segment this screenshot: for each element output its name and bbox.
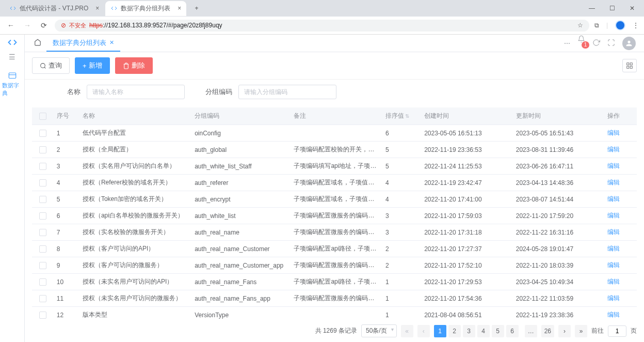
table-row[interactable]: 1低代码平台配置oinConfig62023-05-05 16:51:13202… [32, 125, 637, 142]
bookmark-icon[interactable]: ☆ [577, 22, 583, 29]
menu-icon[interactable]: ⋮ [633, 22, 639, 29]
edit-link[interactable]: 编辑 [607, 129, 620, 136]
edit-link[interactable]: 编辑 [607, 162, 620, 169]
settings-button[interactable] [622, 59, 637, 72]
forward-button[interactable]: → [22, 21, 33, 29]
close-button[interactable]: ✕ [626, 4, 638, 13]
row-checkbox[interactable] [39, 196, 46, 203]
table-row[interactable]: 4授权（Referer校验的域名开关）auth_referer子项编码配置域名，… [32, 175, 637, 191]
edit-link[interactable]: 编辑 [607, 245, 620, 252]
first-page-button[interactable]: « [401, 325, 413, 337]
page-number[interactable]: 5 [492, 325, 504, 337]
user-avatar[interactable] [622, 37, 636, 50]
last-page-button[interactable]: » [575, 325, 587, 337]
next-page-button[interactable]: › [558, 325, 571, 337]
edit-link[interactable]: 编辑 [607, 261, 620, 269]
table-row[interactable]: 7授权（实名校验的微服务开关）auth_real_name子项编码配置微服务的编… [32, 224, 637, 241]
edit-link[interactable]: 编辑 [607, 278, 620, 285]
table-row[interactable]: 6授权（api白名单校验的微服务开关）auth_white_list子项编码配置… [32, 208, 637, 224]
row-checkbox[interactable] [39, 278, 46, 286]
row-checkbox[interactable] [39, 295, 46, 302]
row-checkbox[interactable] [39, 245, 46, 253]
refresh-icon[interactable] [592, 39, 600, 48]
th-op: 操作 [604, 107, 637, 125]
page-number[interactable]: 4 [477, 325, 490, 337]
page-number[interactable]: 1 [434, 325, 446, 337]
address-bar-row: ← → ⟳ ⊘ 不安全 https://192.168.133.89:9527/… [0, 17, 644, 34]
more-icon[interactable]: ⋯ [564, 40, 570, 47]
cell-index: 4 [54, 175, 79, 191]
table-row[interactable]: 11授权（未实名用户可访问的微服务）auth_real_name_Fans_ap… [32, 290, 637, 307]
browser-tab-0[interactable]: 低代码设计器 - VTJ.PRO × [4, 1, 104, 16]
prev-page-button[interactable]: ‹ [417, 325, 430, 337]
goto-input[interactable] [608, 325, 626, 337]
maximize-button[interactable]: ☐ [606, 4, 618, 13]
cell-create: 2021-08-04 08:56:51 [421, 307, 513, 320]
query-button[interactable]: 查询 [32, 57, 70, 74]
delete-button[interactable]: 删除 [115, 57, 153, 74]
cell-create: 2022-11-20 17:54:36 [421, 290, 513, 307]
edit-link[interactable]: 编辑 [607, 212, 620, 219]
page-size-select[interactable]: 50条/页 [361, 324, 397, 337]
edit-link[interactable]: 编辑 [607, 228, 620, 236]
cell-update: 2022-11-20 17:59:20 [513, 208, 605, 224]
address-bar[interactable]: ⊘ 不安全 https://192.168.133.89:9527/#/page… [55, 20, 589, 32]
close-icon[interactable]: ✕ [109, 39, 114, 46]
table-row[interactable]: 5授权（Token加密的域名开关）auth_encrypt子项编码配置域名，子项… [32, 191, 637, 208]
close-icon[interactable]: × [95, 5, 99, 12]
cell-remark: 子项编码配置微服务的编码，子项值… [291, 290, 382, 307]
table-row[interactable]: 10授权（未实名用户可访问的API）auth_real_name_Fans子项编… [32, 274, 637, 290]
cell-sort: 4 [382, 191, 421, 208]
th-sort[interactable]: 排序值⇅ [382, 107, 421, 125]
minimize-button[interactable]: — [586, 4, 598, 13]
close-icon[interactable]: × [178, 5, 181, 12]
logo-icon[interactable] [8, 38, 17, 50]
edit-link[interactable]: 编辑 [607, 311, 620, 318]
th-update: 更新时间 [513, 107, 605, 125]
table-row[interactable]: 3授权（实名用户可访问的白名单）auth_white_list_Staff子项编… [32, 158, 637, 175]
new-tab-button[interactable]: + [190, 3, 202, 14]
row-checkbox[interactable] [39, 262, 46, 269]
edit-link[interactable]: 编辑 [607, 146, 620, 153]
edit-link[interactable]: 编辑 [607, 179, 620, 186]
cell-index: 12 [54, 307, 79, 320]
row-checkbox[interactable] [39, 212, 46, 220]
reload-button[interactable]: ⟳ [38, 21, 50, 29]
cell-create: 2022-11-19 23:36:53 [421, 142, 513, 158]
table-row[interactable]: 9授权（客户可访问的微服务）auth_real_name_Customer_ap… [32, 257, 637, 274]
row-checkbox[interactable] [39, 229, 46, 236]
page-number[interactable]: 2 [448, 325, 461, 337]
filter-name-input[interactable] [87, 85, 185, 99]
row-checkbox[interactable] [39, 130, 46, 137]
page-ellipsis[interactable]: … [525, 325, 537, 337]
row-checkbox[interactable] [39, 179, 46, 186]
home-icon[interactable] [29, 39, 46, 48]
page-tab-active[interactable]: 数据字典分组列表 ✕ [46, 35, 120, 52]
add-button[interactable]: + 新增 [75, 57, 110, 74]
page-last[interactable]: 26 [541, 325, 554, 337]
cell-index: 2 [54, 142, 79, 158]
notification-icon[interactable]: 1 [577, 35, 585, 52]
row-checkbox[interactable] [39, 146, 46, 153]
th-index: 序号 [54, 107, 79, 125]
back-button[interactable]: ← [5, 21, 17, 29]
browser-tab-1[interactable]: 数据字典分组列表 × [105, 1, 186, 16]
edit-link[interactable]: 编辑 [607, 195, 620, 203]
page-number[interactable]: 6 [506, 325, 519, 337]
row-checkbox[interactable] [39, 163, 46, 170]
fullscreen-icon[interactable] [607, 39, 615, 48]
row-checkbox[interactable] [39, 312, 46, 319]
profile-avatar[interactable] [615, 20, 625, 30]
table-row[interactable]: 8授权（客户可访问的API）auth_real_name_Customer子项编… [32, 241, 637, 257]
extensions-icon[interactable]: ⧉ [594, 22, 599, 29]
cell-sort: 1 [382, 274, 421, 290]
filter-code-input[interactable] [238, 85, 336, 99]
page-number[interactable]: 3 [463, 325, 475, 337]
edit-link[interactable]: 编辑 [607, 294, 620, 302]
select-all-checkbox[interactable] [39, 113, 46, 120]
table-row[interactable]: 2授权（全局配置）auth_global子项编码配置校验的开关，全局最高…520… [32, 142, 637, 158]
table-row[interactable]: 12版本类型VersionType12021-08-04 08:56:51202… [32, 307, 637, 320]
collapse-icon[interactable]: ☰ [9, 53, 15, 61]
sidebar-item-dict[interactable]: 数据字典 [0, 68, 24, 100]
filter-bar: 名称 分组编码 [25, 80, 644, 107]
